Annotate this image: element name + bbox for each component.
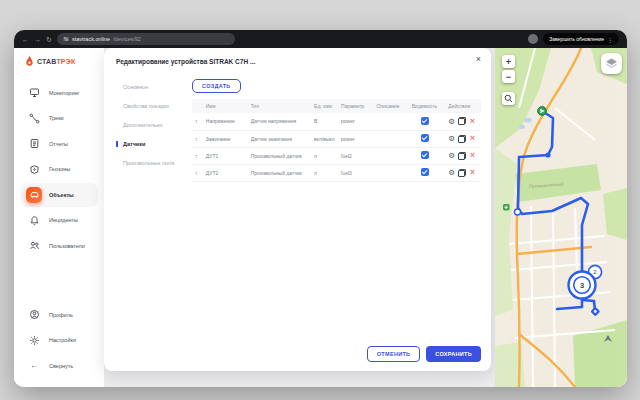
visibility-checkbox[interactable]: [421, 168, 429, 176]
sidebar-item-incidents[interactable]: Инциденты: [20, 208, 98, 232]
drag-handle-icon[interactable]: ↕: [192, 164, 203, 181]
sidebar: СТАВТРЭК Мониторинг: [14, 48, 104, 387]
sensor-name: ДУТ2: [203, 164, 248, 181]
drag-handle-icon[interactable]: ↕: [192, 130, 203, 147]
app-content: СТАВТРЭК Мониторинг: [14, 48, 627, 387]
sidebar-item-label: Геозоны: [49, 166, 70, 172]
layers-button[interactable]: [601, 53, 622, 74]
visibility-checkbox[interactable]: [421, 117, 429, 125]
modal-tabs: Основное Свойства поездки Дополнительно …: [116, 84, 186, 179]
route-start-marker[interactable]: [538, 107, 547, 116]
visibility-checkbox[interactable]: [421, 151, 429, 159]
route-node-marker[interactable]: [545, 152, 550, 157]
close-icon[interactable]: ×: [476, 55, 481, 64]
sensor-unit: л: [311, 147, 338, 164]
sensor-settings-icon[interactable]: ⚙: [448, 118, 455, 126]
search-icon: [504, 94, 513, 103]
tab-sensors[interactable]: Датчики: [116, 141, 186, 147]
sidebar-item-label: Пользователи: [49, 243, 85, 249]
sensor-description: [373, 164, 408, 181]
zoom-out-button[interactable]: −: [502, 70, 515, 83]
sidebar-item-users[interactable]: Пользователи: [20, 234, 98, 258]
delete-icon[interactable]: ×: [470, 151, 475, 160]
map-search-button[interactable]: [502, 92, 515, 105]
delete-icon[interactable]: ×: [470, 134, 475, 143]
copy-icon[interactable]: [458, 152, 466, 160]
tab-main[interactable]: Основное: [116, 84, 186, 90]
sensor-type: Датчик зажигания: [248, 130, 311, 147]
sensor-unit: л: [311, 164, 338, 181]
sidebar-item-reports[interactable]: Отчеты: [20, 132, 98, 156]
finish-update-button[interactable]: Завершить обновление ⋮: [543, 33, 619, 45]
logo-text-2: ТРЭК: [56, 58, 75, 65]
sidebar-item-label: Профиль: [49, 312, 73, 318]
finish-update-label: Завершить обновление: [549, 36, 604, 42]
desktop-background: ← → ↻ stavtrack.online/devices/92 Заверш…: [0, 0, 640, 400]
sensor-name: ДУТ1: [203, 147, 248, 164]
address-bar[interactable]: stavtrack.online/devices/92: [57, 33, 235, 45]
sensor-param: power: [338, 113, 373, 130]
sensor-param: fuel3: [338, 164, 373, 181]
report-icon: [26, 136, 42, 152]
reload-icon[interactable]: ↻: [46, 36, 52, 43]
create-sensor-button[interactable]: СОЗДАТЬ: [192, 79, 241, 93]
col-visibility: Видимость: [409, 99, 445, 113]
sidebar-item-settings[interactable]: Настройки: [20, 328, 98, 352]
app-logo[interactable]: СТАВТРЭК: [14, 55, 104, 67]
sensor-unit: В: [311, 113, 338, 130]
collapse-arrow-icon: ←: [26, 361, 42, 370]
tab-custom-fields[interactable]: Произвольные поля: [116, 160, 186, 166]
copy-icon[interactable]: [458, 135, 466, 143]
svg-text:3: 3: [580, 281, 584, 290]
browser-profile-avatar[interactable]: [528, 34, 538, 44]
sensor-name: Зажигание: [203, 130, 248, 147]
tab-additional[interactable]: Дополнительно: [116, 122, 186, 128]
visibility-checkbox[interactable]: [421, 134, 429, 142]
sensor-row-3: ↕ ДУТ1 Произвольный датчик л fuel2 ⚙: [192, 147, 481, 164]
users-icon: [26, 238, 42, 254]
forward-icon[interactable]: →: [34, 36, 41, 43]
sensor-settings-icon[interactable]: ⚙: [448, 135, 455, 143]
col-name: Имя: [203, 99, 248, 113]
sidebar-item-objects[interactable]: Объекты: [20, 183, 98, 207]
sensor-settings-icon[interactable]: ⚙: [448, 169, 455, 177]
col-actions: Действия: [445, 99, 481, 113]
tab-trip-properties[interactable]: Свойства поездки: [116, 103, 186, 109]
sensor-type: Датчик напряжения: [248, 113, 311, 130]
sensor-name: Напряжение: [203, 113, 248, 130]
drag-handle-icon[interactable]: ↕: [192, 147, 203, 164]
sensor-settings-icon[interactable]: ⚙: [448, 152, 455, 160]
zoom-in-button[interactable]: +: [502, 55, 515, 68]
drag-handle-icon[interactable]: ↕: [192, 113, 203, 130]
sidebar-nav: Мониторинг Треки: [14, 79, 104, 259]
sensor-unit: вкл/выкл: [311, 130, 338, 147]
edit-device-modal: Редактирование устройства SITRAK C7H ...…: [104, 48, 491, 371]
geofence-icon: [26, 161, 42, 177]
delete-icon[interactable]: ×: [470, 168, 475, 177]
logo-flame-icon: [25, 55, 34, 67]
kebab-menu-icon[interactable]: ⋮: [607, 36, 613, 43]
cluster-marker[interactable]: 3: [569, 272, 596, 299]
sensors-table: Имя Тип Ед. изм. Параметр Описание Видим…: [192, 99, 481, 182]
site-info-icon: [63, 36, 69, 42]
waypoint-marker[interactable]: [515, 209, 521, 215]
sensor-type: Произвольный датчик: [248, 164, 311, 181]
copy-icon[interactable]: [458, 169, 466, 177]
sidebar-item-geozones[interactable]: Геозоны: [20, 157, 98, 181]
sidebar-item-profile[interactable]: Профиль: [20, 303, 98, 327]
browser-window: ← → ↻ stavtrack.online/devices/92 Заверш…: [14, 30, 627, 387]
sidebar-item-monitoring[interactable]: Мониторинг: [20, 81, 98, 105]
sidebar-item-tracks[interactable]: Треки: [20, 106, 98, 130]
sidebar-item-label: Настройки: [49, 337, 76, 343]
sidebar-item-label: Мониторинг: [49, 90, 80, 96]
main-area: Редактирование устройства SITRAK C7H ...…: [104, 48, 495, 387]
sidebar-item-label: Отчеты: [49, 141, 68, 147]
save-button[interactable]: СОХРАНИТЬ: [426, 346, 481, 362]
sidebar-item-collapse[interactable]: ← Свернуть: [20, 354, 98, 378]
back-icon[interactable]: ←: [22, 36, 29, 43]
cancel-button[interactable]: ОТМЕНИТЬ: [367, 346, 421, 362]
copy-icon[interactable]: [458, 117, 466, 125]
delete-icon[interactable]: ×: [470, 117, 475, 126]
map-panel[interactable]: Промышленный: [495, 48, 627, 387]
gear-icon: [26, 332, 42, 348]
